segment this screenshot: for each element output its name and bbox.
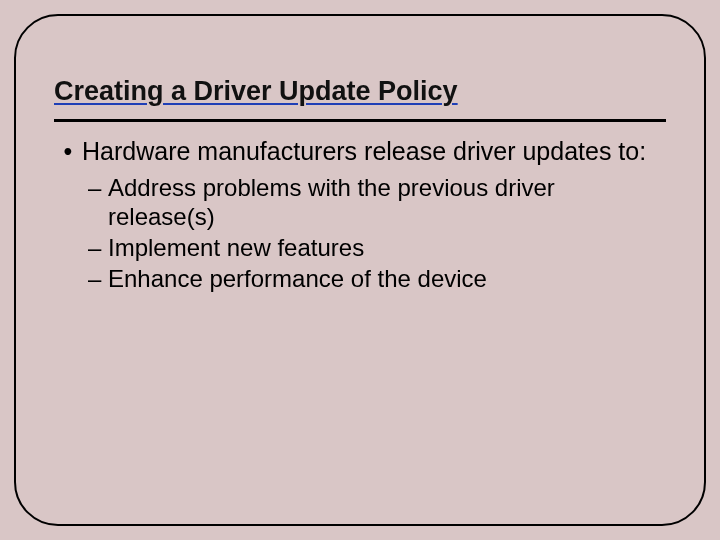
bullet-level2: – Enhance performance of the device (88, 264, 666, 293)
bullet-level2: – Implement new features (88, 233, 666, 262)
sub-bullet-group: – Address problems with the previous dri… (54, 173, 666, 294)
sub-bullet-text: Implement new features (108, 233, 666, 262)
slide-body: • Hardware manufacturers release driver … (54, 136, 666, 294)
slide-frame: Creating a Driver Update Policy • Hardwa… (14, 14, 706, 526)
dash-icon: – (88, 264, 108, 293)
bullet-text: Hardware manufacturers release driver up… (82, 136, 666, 167)
dash-icon: – (88, 233, 108, 262)
bullet-dot-icon: • (54, 136, 82, 167)
sub-bullet-text: Enhance performance of the device (108, 264, 666, 293)
slide-title: Creating a Driver Update Policy (54, 76, 666, 122)
sub-bullet-text: Address problems with the previous drive… (108, 173, 666, 232)
dash-icon: – (88, 173, 108, 232)
bullet-level1: • Hardware manufacturers release driver … (54, 136, 666, 167)
bullet-level2: – Address problems with the previous dri… (88, 173, 666, 232)
